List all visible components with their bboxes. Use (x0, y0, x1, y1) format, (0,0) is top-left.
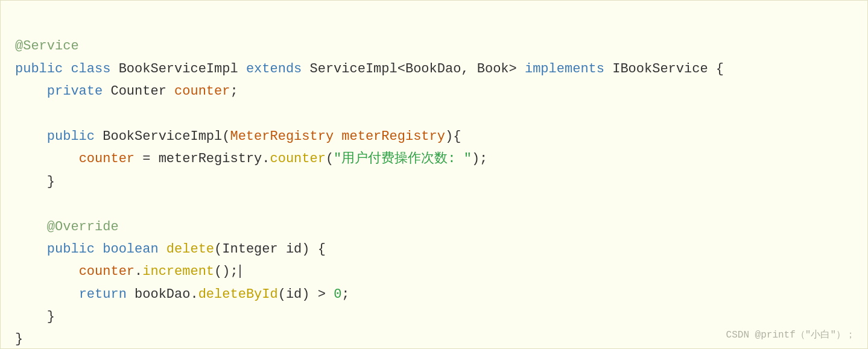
watermark-text: CSDN @printf（"小白"）； (726, 330, 855, 341)
return-expression: bookDao. (135, 287, 198, 302)
keyword-private: private (47, 84, 111, 99)
annotation-override: @Override (47, 219, 119, 234)
classname-serviceimpl: ServiceImpl<BookDao, Book> (310, 61, 525, 77)
paren-close-1: ){ (445, 129, 461, 144)
code-container: @Service public class BookServiceImpl ex… (0, 0, 868, 349)
brace-close-3: } (15, 332, 23, 347)
number-zero: 0 (334, 287, 341, 302)
text-cursor (239, 265, 241, 278)
annotation-service: @Service (15, 39, 79, 54)
var-counter-increment: counter (79, 264, 135, 279)
semicolon-1: ; (230, 84, 238, 99)
string-literal: "用户付费操作次数: " (334, 151, 472, 166)
type-counter: Counter (110, 84, 174, 99)
keyword-return: return (79, 287, 135, 302)
var-counter-assign: counter (79, 151, 135, 166)
keyword-class: class (71, 61, 118, 77)
brace-close-1: } (47, 174, 55, 189)
brace-close-2: } (47, 309, 55, 324)
return-rest: (id) > (278, 287, 334, 302)
semicolon-return: ; (341, 287, 349, 302)
method-delete: delete (166, 242, 214, 257)
constructor-name: BookServiceImpl( (103, 129, 230, 144)
classname-ibookservice: IBookService { (612, 61, 724, 77)
param-type-meterregistry: MeterRegistry (230, 129, 341, 144)
keyword-public-3: public (47, 242, 103, 257)
keyword-implements: implements (525, 61, 612, 77)
field-counter: counter (174, 84, 230, 99)
param-name-meterregistry: meterRegistry (341, 129, 445, 144)
code-block: @Service public class BookServiceImpl ex… (15, 13, 853, 349)
method-increment: increment (142, 264, 214, 279)
keyword-boolean: boolean (103, 242, 166, 257)
watermark: CSDN @printf（"小白"）； (726, 329, 855, 341)
dot-increment: . (135, 264, 142, 279)
keyword-public-1: public (15, 61, 71, 77)
method-counter: counter (270, 151, 325, 166)
keyword-public-2: public (47, 129, 103, 144)
parens-increment: (); (214, 264, 238, 279)
assign-op: = meterRegistry. (135, 151, 270, 166)
method-delete-params: (Integer id) { (214, 242, 326, 257)
paren-open-2: ( (326, 151, 334, 166)
paren-close-2: ); (472, 151, 487, 166)
keyword-extends: extends (246, 61, 310, 77)
classname-bookserviceimpl: BookServiceImpl (119, 61, 246, 77)
method-deletebyid: deleteById (198, 287, 278, 302)
